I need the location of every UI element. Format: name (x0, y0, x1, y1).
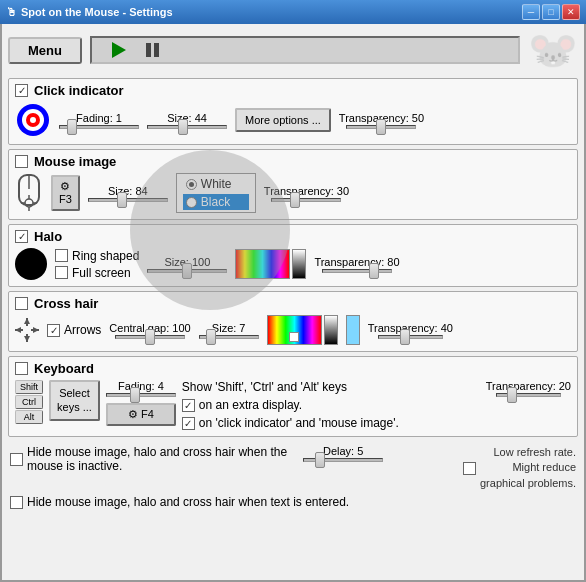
title-bar-icon: 🖱 (6, 6, 17, 18)
fading-slider[interactable] (59, 125, 139, 129)
low-refresh-checkbox[interactable] (463, 462, 476, 475)
f3-label: F3 (59, 193, 72, 206)
crosshair-header: Cross hair (15, 296, 571, 311)
crosshair-color-spectrum[interactable] (267, 315, 338, 345)
bottom-section: Hide mouse image, halo and cross hair wh… (8, 441, 578, 513)
play-button[interactable] (112, 42, 126, 58)
click-indicator-checkbox[interactable] (15, 84, 28, 97)
ch-transparency-slider-group: Transparency: 40 (368, 322, 453, 339)
hide-inactive-label[interactable]: Hide mouse image, halo and cross hair wh… (10, 445, 287, 473)
arrows-checkbox[interactable] (47, 324, 60, 337)
title-bar-title: Spot on the Mouse - Settings (21, 6, 173, 18)
halo-transparency-slider-group: Transparency: 80 (314, 256, 399, 273)
f4-label: F4 (141, 408, 154, 420)
click-indicator-content: Fading: 1 Size: 44 More options ... Tran… (15, 102, 571, 138)
black-radio-label: Black (201, 195, 230, 209)
mi-size-slider-group: Size: 84 (88, 185, 168, 202)
on-extra-display-checkbox[interactable] (182, 399, 195, 412)
halo-header: Halo (15, 229, 571, 244)
svg-marker-16 (24, 336, 30, 342)
full-screen-text: Full screen (72, 266, 131, 280)
low-refresh-text: Low refresh rate. Might reduce graphical… (480, 445, 576, 491)
ci-size-slider-group: Size: 44 (147, 112, 227, 129)
crosshair-section: Cross hair Arrows Central gap: 100 (8, 291, 578, 352)
crosshair-icon (15, 318, 39, 342)
ch-size-slider-group: Size: 7 (199, 322, 259, 339)
close-button[interactable]: ✕ (562, 4, 580, 20)
full-screen-checkbox[interactable] (55, 266, 68, 279)
on-extra-display-text: on an extra display. (199, 398, 302, 412)
hide-inactive-checkbox[interactable] (10, 453, 23, 466)
svg-point-3 (30, 117, 36, 123)
svg-marker-18 (33, 327, 39, 333)
fading-slider-group: Fading: 1 (59, 112, 139, 129)
central-gap-slider[interactable] (115, 335, 185, 339)
halo-section: Halo Ring shaped Full screen Size: 100 (8, 224, 578, 287)
low-refresh-label[interactable]: Low refresh rate. Might reduce graphical… (463, 445, 576, 491)
delay-slider[interactable] (303, 458, 383, 462)
hide-text-label[interactable]: Hide mouse image, halo and cross hair wh… (10, 495, 576, 509)
maximize-button[interactable]: □ (542, 4, 560, 20)
keyboard-header: Keyboard (15, 361, 571, 376)
mouse-image-checkbox[interactable] (15, 155, 28, 168)
mi-size-slider[interactable] (88, 198, 168, 202)
select-keys-button[interactable]: Selectkeys ... (49, 380, 100, 421)
hide-text-checkbox[interactable] (10, 496, 23, 509)
ring-shaped-label[interactable]: Ring shaped (55, 249, 139, 263)
ring-shaped-checkbox[interactable] (55, 249, 68, 262)
crosshair-cyan-swatch (346, 315, 360, 345)
keyboard-checkbox[interactable] (15, 362, 28, 375)
black-radio-dot (186, 197, 197, 208)
kb-transparency-slider[interactable] (496, 393, 561, 397)
arrows-label[interactable]: Arrows (47, 323, 101, 337)
hide-inactive-row: Hide mouse image, halo and cross hair wh… (10, 445, 576, 491)
playback-area (90, 36, 520, 64)
menu-button[interactable]: Menu (8, 37, 82, 64)
halo-color-spectrum[interactable] (235, 249, 306, 279)
pause-bar-right (154, 43, 159, 57)
kb-transparency-slider-group: Transparency: 20 (486, 380, 571, 397)
ci-transparency-slider[interactable] (346, 125, 416, 129)
halo-title: Halo (34, 229, 62, 244)
svg-marker-15 (24, 318, 30, 324)
white-radio[interactable]: White (183, 176, 249, 192)
keyboard-key-icons: Shift Ctrl Alt (15, 380, 43, 424)
on-click-indicator-label[interactable]: on 'click indicator' and 'mouse image'. (182, 416, 480, 430)
delay-slider-group: Delay: 5 (303, 445, 383, 462)
title-bar-left: 🖱 Spot on the Mouse - Settings (6, 6, 173, 18)
halo-checkbox[interactable] (15, 230, 28, 243)
black-radio[interactable]: Black (183, 194, 249, 210)
mouse-image-title: Mouse image (34, 154, 116, 169)
more-options-button[interactable]: More options ... (235, 108, 331, 132)
crosshair-content: Arrows Central gap: 100 Size: 7 Transpar… (15, 315, 571, 345)
on-click-indicator-text: on 'click indicator' and 'mouse image'. (199, 416, 399, 430)
full-screen-label[interactable]: Full screen (55, 266, 139, 280)
click-indicator-icon (15, 102, 51, 138)
title-bar-controls: ─ □ ✕ (522, 4, 580, 20)
halo-size-slider-group: Size: 100 (147, 256, 227, 273)
keyboard-content: Shift Ctrl Alt Selectkeys ... Fading: 4 … (15, 380, 571, 430)
mouse-image-section: Mouse image ⚙ F3 Size: 84 (8, 149, 578, 220)
central-gap-slider-group: Central gap: 100 (109, 322, 190, 339)
svg-marker-17 (15, 327, 21, 333)
crosshair-checkbox[interactable] (15, 297, 28, 310)
f3-button[interactable]: ⚙ F3 (51, 175, 80, 211)
halo-transparency-slider[interactable] (322, 269, 392, 273)
minimize-button[interactable]: ─ (522, 4, 540, 20)
pause-button[interactable] (146, 43, 159, 57)
f4-button[interactable]: ⚙ F4 (106, 403, 176, 426)
mi-transparency-slider[interactable] (271, 198, 341, 202)
ch-transparency-slider[interactable] (378, 335, 443, 339)
ch-size-slider[interactable] (199, 335, 259, 339)
mouse-image-content: ⚙ F3 Size: 84 White Black Transparency: … (15, 173, 571, 213)
keyboard-title: Keyboard (34, 361, 94, 376)
kb-fading-slider[interactable] (106, 393, 176, 397)
halo-size-slider[interactable] (147, 269, 227, 273)
on-extra-display-label[interactable]: on an extra display. (182, 398, 480, 412)
on-click-indicator-checkbox[interactable] (182, 417, 195, 430)
title-bar: 🖱 Spot on the Mouse - Settings ─ □ ✕ (0, 0, 586, 24)
ci-size-slider[interactable] (147, 125, 227, 129)
ctrl-key-badge: Ctrl (15, 395, 43, 409)
mouse-image-icon (15, 173, 43, 213)
white-radio-dot (186, 179, 197, 190)
